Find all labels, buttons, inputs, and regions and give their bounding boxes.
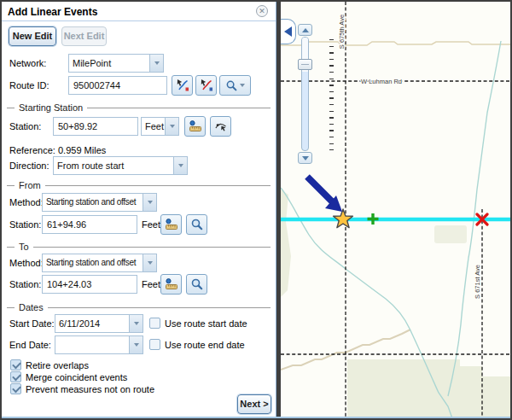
network-value: MilePoint <box>69 55 149 72</box>
from-zoom-button[interactable] <box>186 214 207 235</box>
route-search-split-button[interactable] <box>219 75 251 96</box>
road-label-s675th: S 675th Ave <box>338 15 346 49</box>
next-button[interactable]: Next > <box>237 394 271 414</box>
prevent-measures-label: Prevent measures not on route <box>26 383 154 395</box>
from-station-label: Station: <box>9 215 41 234</box>
merge-coincident-events-label: Merge coincident events <box>26 371 127 383</box>
field-patch-center <box>434 225 467 243</box>
chevron-down-icon[interactable] <box>143 254 156 271</box>
prevent-measures-checkbox[interactable] <box>10 383 21 394</box>
use-route-end-date-label: Use route end date <box>165 339 245 351</box>
starting-station-section-legend: Starting Station <box>7 102 271 113</box>
clear-route-selection-button[interactable] <box>195 75 217 96</box>
collapse-panel-button[interactable] <box>281 19 296 44</box>
retire-overlaps-checkbox[interactable] <box>10 359 21 370</box>
chevron-down-icon[interactable] <box>165 118 178 135</box>
search-icon <box>190 218 204 231</box>
new-edit-button[interactable]: New Edit <box>9 26 56 46</box>
search-icon <box>225 79 238 92</box>
zoom-slider-thumb[interactable] <box>298 59 312 70</box>
from-station-input[interactable]: 61+94.96 <box>42 215 137 234</box>
dates-section-legend: Dates <box>7 302 271 312</box>
end-date-label: End Date: <box>9 335 51 354</box>
next-edit-button[interactable]: Next Edit <box>61 26 107 46</box>
retire-overlaps-label: Retire overlaps <box>26 359 89 371</box>
from-measure-button[interactable] <box>160 214 182 235</box>
start-date-label: Start Date: <box>9 314 55 333</box>
from-method-label: Method: <box>9 193 44 212</box>
units-value: Feet <box>142 118 165 135</box>
triangle-down-icon <box>302 156 309 160</box>
close-icon[interactable]: ✕ <box>256 5 268 17</box>
start-date-value: 6/11/2014 <box>55 315 129 332</box>
panel-header: Add Linear Events ✕ <box>2 2 276 21</box>
to-section-legend: To <box>7 242 271 252</box>
end-date-value <box>55 336 129 353</box>
chevron-left-icon <box>284 26 292 37</box>
legend-text: To <box>19 242 29 252</box>
to-method-value: Starting station and offset <box>43 254 143 271</box>
ruler-point-icon <box>189 120 202 133</box>
to-unit-label: Feet <box>142 275 160 294</box>
application-window: Add Linear Events ✕ New Edit Next Edit N… <box>0 0 512 420</box>
panel-title: Add Linear Events <box>8 6 97 18</box>
direction-select[interactable]: From route start <box>53 156 188 175</box>
network-label: Network: <box>9 54 46 73</box>
zoom-slider[interactable] <box>298 24 337 166</box>
direction-value: From route start <box>54 157 173 174</box>
route-cursor-blue-icon <box>176 79 189 92</box>
star-marker <box>334 209 353 228</box>
map-canvas[interactable]: S 675th Ave W Luhman Rd S 671st Ave <box>281 2 510 418</box>
route-id-input[interactable]: 950002744 <box>68 76 167 95</box>
plus-marker <box>368 213 379 225</box>
use-route-start-date-checkbox[interactable] <box>149 318 160 329</box>
add-linear-events-panel: Add Linear Events ✕ New Edit Next Edit N… <box>2 2 276 418</box>
road-label-luhman: W Luhman Rd <box>361 78 402 85</box>
pick-station-on-map-button[interactable] <box>210 116 231 137</box>
chevron-down-icon[interactable] <box>173 157 187 174</box>
to-method-label: Method: <box>9 254 44 272</box>
zoom-slider-track[interactable] <box>301 37 309 151</box>
measure-station-button[interactable] <box>184 116 206 137</box>
to-zoom-button[interactable] <box>186 274 207 295</box>
search-icon <box>190 277 204 291</box>
network-select[interactable]: MilePoint <box>68 54 164 73</box>
zoom-level-ticks <box>329 39 334 150</box>
from-method-value: Starting station and offset <box>43 194 143 211</box>
chevron-down-icon <box>240 84 245 87</box>
from-method-select[interactable]: Starting station and offset <box>42 193 157 212</box>
chevron-down-icon[interactable] <box>129 315 143 332</box>
zoom-out-button[interactable] <box>298 152 312 164</box>
road-label-s671st: S 671st Ave <box>474 265 481 299</box>
ruler-point-icon <box>165 277 178 291</box>
route-id-label: Route ID: <box>9 76 49 95</box>
station-units-select[interactable]: Feet <box>141 117 179 136</box>
start-date-picker[interactable]: 6/11/2014 <box>55 314 143 333</box>
route-cursor-red-icon <box>200 79 213 92</box>
legend-text: From <box>19 180 41 190</box>
field-patch-left <box>281 190 291 297</box>
to-measure-button[interactable] <box>160 274 182 295</box>
to-method-select[interactable]: Starting station and offset <box>42 254 157 272</box>
direction-label: Direction: <box>9 156 49 175</box>
select-route-on-map-button[interactable] <box>172 75 193 96</box>
annotation-arrow <box>307 177 342 212</box>
triangle-up-icon <box>302 28 309 32</box>
use-route-end-date-checkbox[interactable] <box>149 339 160 350</box>
station-label: Station: <box>9 117 41 136</box>
chevron-down-icon[interactable] <box>143 194 156 211</box>
from-section-legend: From <box>7 180 271 190</box>
use-route-start-date-label: Use route start date <box>165 318 247 330</box>
merge-coincident-events-checkbox[interactable] <box>10 371 21 382</box>
from-unit-label: Feet <box>142 215 160 234</box>
field-patch-bottom <box>347 359 510 418</box>
to-station-label: Station: <box>9 275 41 294</box>
zoom-in-button[interactable] <box>298 24 312 36</box>
chevron-down-icon[interactable] <box>129 336 143 353</box>
ruler-point-icon <box>165 218 178 231</box>
pointer-curve-icon <box>214 120 228 133</box>
chevron-down-icon[interactable] <box>149 55 163 72</box>
starting-station-input[interactable]: 50+89.92 <box>53 117 138 136</box>
to-station-input[interactable]: 104+24.03 <box>42 275 137 294</box>
end-date-picker[interactable] <box>55 335 143 354</box>
